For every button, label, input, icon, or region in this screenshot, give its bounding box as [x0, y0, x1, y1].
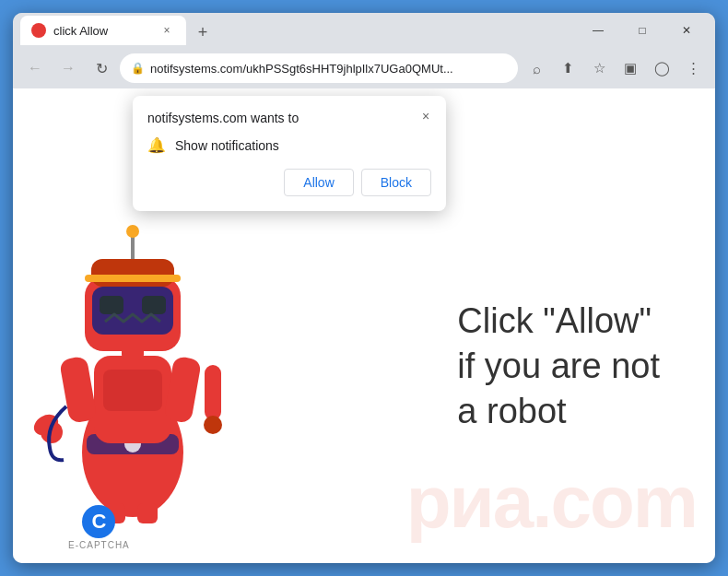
bell-icon: 🔔 — [147, 136, 166, 154]
ecaptcha-badge: C E-CAPTCHA — [68, 505, 130, 550]
notification-popup: × notifsystems.com wants to 🔔 Show notif… — [133, 96, 446, 211]
minimize-button[interactable]: — — [577, 17, 619, 44]
popup-close-button[interactable]: × — [415, 105, 437, 127]
popup-buttons: Allow Block — [147, 169, 431, 196]
page-text-line1: Click "Allow" — [457, 299, 660, 344]
svg-rect-13 — [91, 259, 174, 287]
allow-button[interactable]: Allow — [284, 169, 353, 196]
tab-favicon — [31, 23, 46, 38]
tab-bar: click Allow × + — [20, 16, 571, 45]
lock-icon: 🔒 — [131, 62, 145, 75]
svg-rect-4 — [103, 370, 162, 411]
browser-window: click Allow × + — □ ✕ ← → ↻ 🔒 notifsyste… — [13, 13, 715, 563]
svg-rect-10 — [137, 503, 158, 523]
menu-icon[interactable]: ⋮ — [678, 53, 708, 83]
back-button[interactable]: ← — [20, 53, 50, 83]
address-bar[interactable]: 🔒 notifsystems.com/ukhPSSgt6sHHT9jhlpIlx… — [120, 53, 518, 83]
tab-close-button[interactable]: × — [159, 22, 175, 39]
ecaptcha-label: E-CAPTCHA — [68, 540, 130, 550]
tab-title: click Allow — [53, 24, 151, 38]
maximize-button[interactable]: □ — [621, 17, 663, 44]
svg-point-19 — [126, 225, 139, 238]
share-icon[interactable]: ⬆ — [553, 53, 582, 83]
toolbar-actions: ⌕ ⬆ ☆ ▣ ◯ ⋮ — [522, 53, 708, 83]
new-tab-button[interactable]: + — [190, 19, 216, 45]
ecaptcha-logo: C — [82, 505, 115, 538]
svg-rect-17 — [85, 275, 181, 282]
close-button[interactable]: ✕ — [665, 17, 708, 44]
svg-rect-16 — [142, 296, 166, 314]
svg-rect-15 — [100, 296, 123, 314]
page-text-line2: if you are not — [457, 344, 660, 389]
extensions-icon[interactable]: ▣ — [616, 53, 645, 83]
popup-title: notifsystems.com wants to — [147, 111, 431, 125]
notification-text: Show notifications — [175, 138, 279, 153]
page-text-line3: a robot — [457, 390, 660, 435]
svg-rect-5 — [59, 356, 98, 424]
notification-row: 🔔 Show notifications — [147, 136, 431, 154]
title-bar: click Allow × + — □ ✕ — [13, 13, 715, 48]
watermark: риа.com — [406, 460, 697, 545]
block-button[interactable]: Block — [361, 169, 431, 196]
forward-button[interactable]: → — [53, 53, 83, 83]
svg-point-21 — [204, 416, 222, 434]
profile-icon[interactable]: ◯ — [647, 53, 676, 83]
page-content: риа.com — [13, 88, 715, 563]
active-tab[interactable]: click Allow × — [20, 16, 186, 45]
toolbar: ← → ↻ 🔒 notifsystems.com/ukhPSSgt6sHHT9j… — [13, 48, 715, 88]
svg-rect-20 — [205, 365, 221, 420]
page-main-text: Click "Allow" if you are not a robot — [457, 299, 660, 435]
search-icon[interactable]: ⌕ — [522, 53, 551, 83]
bookmark-icon[interactable]: ☆ — [584, 53, 614, 83]
reload-button[interactable]: ↻ — [87, 53, 116, 83]
robot-illustration — [31, 185, 289, 535]
address-text: notifsystems.com/ukhPSSgt6sHHT9jhlpIlx7U… — [150, 62, 507, 76]
window-controls: — □ ✕ — [577, 17, 708, 44]
